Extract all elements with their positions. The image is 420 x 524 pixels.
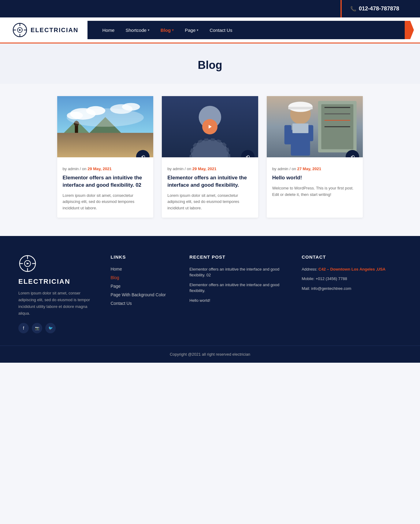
svg-rect-29 — [288, 107, 313, 109]
video-play-btn-2[interactable] — [202, 119, 217, 134]
svg-point-9 — [67, 112, 83, 119]
footer-contact-col: CONTACT Address: C42 – Downtown Los Ange… — [302, 254, 402, 333]
footer-socials: f 📷 🐦 — [18, 323, 98, 333]
blog-grid: ⟲ by admin / on 29 May, 2021 Elementor o… — [57, 96, 363, 218]
copyright-text: Copyright @2021 all right reserved elect… — [170, 352, 250, 357]
footer-link-contact[interactable]: Contact Us — [110, 301, 177, 306]
svg-point-7 — [70, 108, 95, 120]
footer-link-home[interactable]: Home — [110, 266, 177, 272]
instagram-btn[interactable]: 📷 — [32, 323, 42, 333]
logo-text: ELECTRICIAN — [31, 27, 78, 34]
card-title-3[interactable]: Hello world! — [272, 174, 358, 182]
footer-links-col: LINKS Home Blog Page Page With Backgroun… — [110, 254, 177, 333]
svg-rect-33 — [292, 124, 308, 133]
footer-mobile: Mobile: +012 (3456) 7788 — [302, 276, 402, 282]
footer-brand-col: ELECTRICIAN Lorem ipsum dolor sit amet, … — [18, 254, 98, 333]
header-top: 📞 012-478-787878 — [0, 0, 420, 17]
card-image-3: ⟲ — [267, 96, 363, 157]
footer-logo-icon — [18, 254, 37, 273]
svg-rect-16 — [75, 125, 78, 133]
nav-home[interactable]: Home — [97, 21, 120, 39]
footer-recent-title: RECENT POST — [189, 254, 289, 260]
page-title-area: Blog — [0, 43, 420, 84]
footer-links-title: LINKS — [110, 254, 177, 260]
footer-brand-text: ELECTRICIAN — [18, 278, 98, 286]
card-excerpt-2: Lorem ipsum dolor sit amet, consectetur … — [167, 193, 253, 211]
svg-point-15 — [86, 140, 125, 149]
card-title-2[interactable]: Elementor offers an intuitive the interf… — [167, 174, 253, 189]
nav-accent — [405, 21, 414, 39]
footer-post-2[interactable]: Elementor offers an intuitive the interf… — [189, 282, 289, 294]
footer-address: Address: C42 – Downtown Los Angeles ,USA — [302, 266, 402, 272]
svg-point-8 — [86, 106, 105, 115]
footer: ELECTRICIAN Lorem ipsum dolor sit amet, … — [0, 236, 420, 363]
blog-section: ⟲ by admin / on 29 May, 2021 Elementor o… — [0, 84, 420, 236]
card-meta-1: by admin / on 29 May, 2021 — [63, 167, 148, 171]
footer-mail: Mail: info@gentechtree.com — [302, 286, 402, 292]
card-body-3: by admin / on 27 May, 2021 Hello world! … — [267, 157, 363, 204]
header-main: ELECTRICIAN Home Shortcode ▾ Blog ▾ Page… — [0, 17, 420, 43]
footer-grid: ELECTRICIAN Lorem ipsum dolor sit amet, … — [18, 254, 402, 333]
logo-icon — [12, 22, 28, 38]
shortcode-arrow: ▾ — [148, 28, 150, 32]
card-image-2: ⟲ — [162, 96, 258, 157]
svg-point-11 — [122, 103, 140, 110]
page-title: Blog — [6, 59, 414, 72]
card-excerpt-1: Lorem ipsum dolor sit amet, consectetur … — [63, 193, 148, 211]
nav-shortcode[interactable]: Shortcode ▾ — [120, 21, 155, 39]
card-image-1: ⟲ — [57, 96, 154, 157]
landscape-image — [57, 96, 154, 157]
card-body-2: by admin / on 29 May, 2021 Elementor off… — [162, 157, 258, 218]
svg-point-17 — [74, 121, 79, 126]
phone-number: 012-478-787878 — [359, 6, 399, 12]
blog-card-1: ⟲ by admin / on 29 May, 2021 Elementor o… — [57, 96, 154, 218]
footer-link-blog[interactable]: Blog — [110, 275, 177, 280]
card-meta-3: by admin / on 27 May, 2021 — [272, 167, 358, 171]
footer-recent-col: RECENT POST Elementor offers an intuitiv… — [189, 254, 289, 333]
facebook-btn[interactable]: f — [18, 323, 29, 333]
phone-button[interactable]: 📞 012-478-787878 — [340, 0, 408, 17]
main-nav: Home Shortcode ▾ Blog ▾ Page ▾ Contact U… — [87, 21, 408, 39]
card-meta-2: by admin / on 29 May, 2021 — [167, 167, 253, 171]
nav-blog[interactable]: Blog ▾ — [155, 21, 179, 39]
footer-bottom: Copyright @2021 all right reserved elect… — [18, 346, 402, 363]
svg-rect-31 — [284, 125, 292, 144]
phone-icon: 📞 — [350, 6, 356, 12]
footer-links-list: Home Blog Page Page With Background Colo… — [110, 266, 177, 306]
svg-point-28 — [288, 102, 313, 112]
blog-card-2: ⟲ by admin / on 29 May, 2021 Elementor o… — [162, 96, 258, 218]
footer-post-3[interactable]: Hello world! — [189, 298, 289, 304]
footer-link-page-bg[interactable]: Page With Background Color — [110, 292, 177, 298]
footer-contact-info: Address: C42 – Downtown Los Angeles ,USA… — [302, 266, 402, 292]
nav-page[interactable]: Page ▾ — [179, 21, 204, 39]
blog-card-3: ⟲ by admin / on 27 May, 2021 Hello world… — [267, 96, 363, 218]
blog-arrow: ▾ — [172, 28, 174, 32]
footer-post-1[interactable]: Elementor offers an intuitive the interf… — [189, 266, 289, 278]
logo-area[interactable]: ELECTRICIAN — [12, 17, 78, 43]
twitter-btn[interactable]: 🐦 — [45, 323, 56, 333]
footer-contact-title: CONTACT — [302, 254, 402, 260]
nav-contact[interactable]: Contact Us — [204, 21, 238, 39]
card-excerpt-3: Welcome to WordPress. This is your first… — [272, 185, 358, 198]
footer-posts-list: Elementor offers an intuitive the interf… — [189, 266, 289, 304]
worker-image — [267, 96, 363, 157]
card-title-1[interactable]: Elementor offers an intuitive the interf… — [63, 174, 148, 189]
footer-description: Lorem ipsum dolor sit amet, conser adipi… — [18, 290, 98, 317]
page-arrow: ▾ — [197, 28, 199, 32]
footer-link-page[interactable]: Page — [110, 283, 177, 289]
card-body-1: by admin / on 29 May, 2021 Elementor off… — [57, 157, 154, 218]
